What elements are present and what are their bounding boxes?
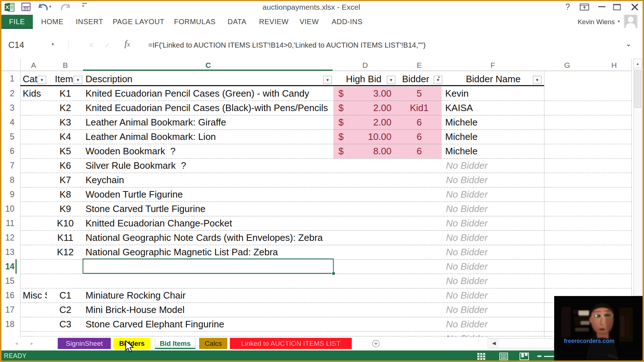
svg-text:freerecorders.com: freerecorders.com bbox=[564, 338, 615, 344]
svg-text:X: X bbox=[5, 4, 9, 10]
